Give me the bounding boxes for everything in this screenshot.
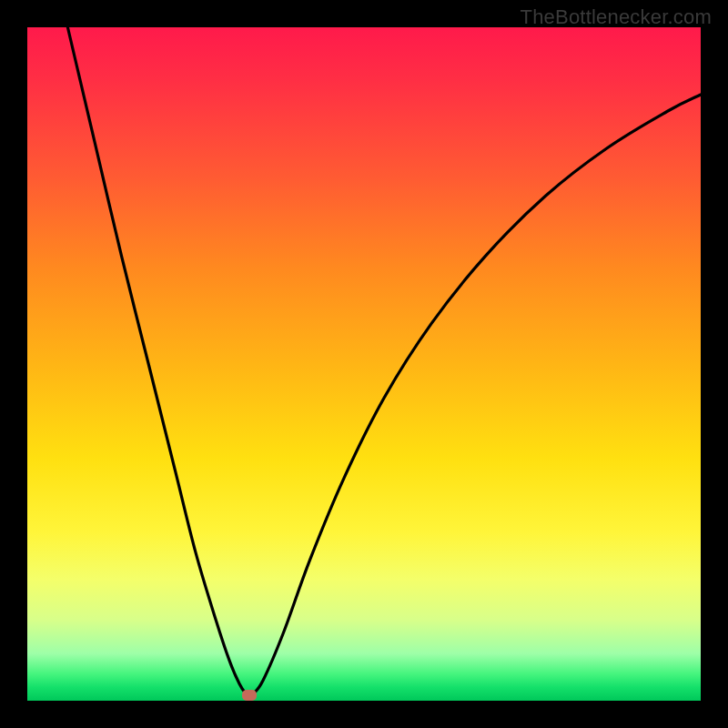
bottleneck-curve (27, 27, 701, 701)
plot-area (27, 27, 701, 701)
optimal-point-marker (242, 690, 257, 701)
watermark-text: TheBottlenecker.com (521, 5, 712, 29)
chart-frame: TheBottlenecker.com (0, 0, 728, 728)
